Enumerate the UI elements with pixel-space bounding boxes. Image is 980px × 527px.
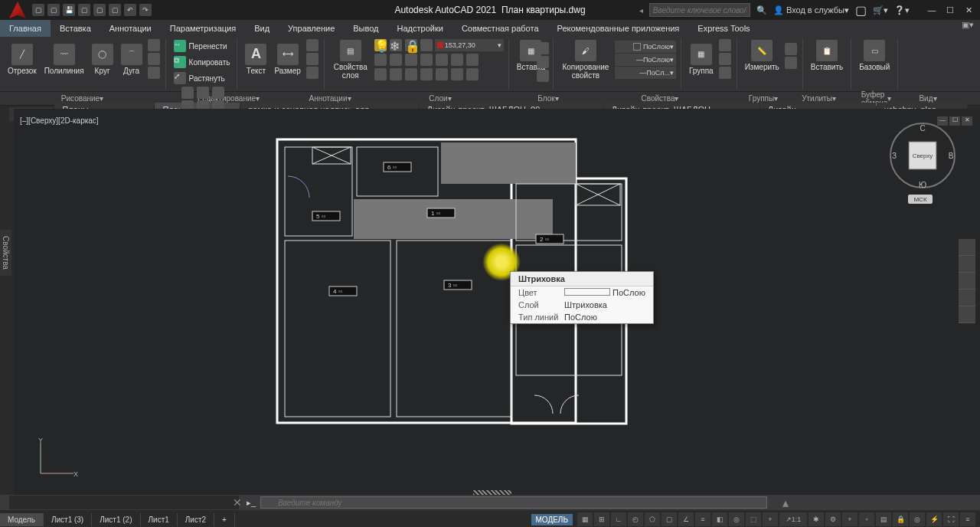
3dosnap-icon[interactable]: ⬚ (746, 512, 761, 526)
otrack-icon[interactable]: ∠ (678, 512, 694, 526)
tab-manage[interactable]: Управление (279, 20, 344, 37)
ribbon-panel-toggle-icon[interactable]: ▣▾ (956, 20, 980, 37)
nav-show-icon[interactable] (959, 306, 975, 323)
ungroup-icon[interactable] (719, 39, 731, 51)
tab-express[interactable]: Express Tools (688, 20, 759, 37)
line-button[interactable]: ╱Отрезок (5, 42, 40, 77)
clear-icon[interactable]: ✕ (233, 496, 242, 509)
customize-icon[interactable]: ≡ (960, 512, 975, 526)
qat-plot-icon[interactable]: ▢ (109, 4, 121, 16)
ortho-icon[interactable]: ∟ (611, 512, 626, 526)
app-exchange-icon[interactable]: ▢ (855, 3, 867, 18)
text-button[interactable]: AТекст (242, 42, 270, 77)
dyninput-icon[interactable]: + (763, 512, 778, 526)
color-dropdown[interactable]: ПоСлою ▾ (615, 41, 676, 53)
maximize-button[interactable]: ☐ (942, 3, 959, 17)
quickprops-icon[interactable]: ▤ (876, 512, 891, 526)
ellipse-icon[interactable] (148, 67, 160, 79)
layer-match-icon[interactable] (405, 54, 417, 66)
layer-freeze-icon[interactable]: ❄ (390, 39, 402, 51)
search-input[interactable] (649, 3, 750, 17)
annoscale-icon[interactable]: ↗ 1:1 (779, 512, 807, 526)
layer-props-button[interactable]: ▤Свойства слоя (329, 38, 372, 81)
tab-output[interactable]: Вывод (344, 20, 387, 37)
model-tab[interactable]: Модель (0, 513, 44, 526)
layout-tab[interactable]: Лист1 (3) (44, 513, 92, 526)
circle-button[interactable]: ◯Круг (89, 42, 116, 77)
tab-parametric[interactable]: Параметризация (161, 20, 245, 37)
search-icon[interactable]: 🔍 (756, 5, 767, 15)
annovisibility-icon[interactable]: ✱ (808, 512, 824, 526)
minimize-button[interactable]: — (923, 3, 940, 17)
polyline-button[interactable]: 〰Полилиния (41, 42, 87, 77)
command-history[interactable] (9, 496, 239, 509)
nav-orbit-icon[interactable] (959, 290, 975, 306)
qat-redo-icon[interactable]: ↷ (139, 4, 152, 16)
osnap-icon[interactable]: ▢ (662, 512, 677, 526)
help-icon[interactable]: ❔▾ (894, 5, 910, 15)
tab-collaborate[interactable]: Совместная работа (452, 20, 548, 37)
layer-state-icon[interactable] (436, 54, 448, 66)
qat-open-icon[interactable]: ▢ (47, 4, 60, 16)
layer-iso-icon[interactable] (374, 54, 387, 66)
snap-icon[interactable]: ⊞ (594, 512, 609, 526)
layout-tab[interactable]: Лист2 (178, 513, 214, 526)
group-edit-icon[interactable] (719, 53, 731, 65)
tab-home[interactable]: Главная (0, 20, 51, 37)
layer-plot-icon[interactable] (420, 39, 433, 51)
tab-featured[interactable]: Рекомендованные приложения (548, 20, 689, 37)
copy-button[interactable]: ⧉Копировать (171, 54, 233, 70)
layer-prev-icon[interactable] (420, 54, 433, 66)
drawing-area[interactable]: [–][Сверху][2D-каркас] — ☐ ✕ (14, 109, 980, 496)
trim-icon[interactable] (197, 87, 209, 99)
properties-palette-tab[interactable]: Свойства (0, 230, 11, 276)
hatch-icon[interactable] (148, 53, 160, 65)
isodraft-icon[interactable]: ⬠ (645, 512, 660, 526)
command-input[interactable] (260, 496, 767, 509)
nav-zoom-icon[interactable] (959, 273, 975, 290)
qat-web-icon[interactable]: ▢ (93, 4, 106, 16)
grid-icon[interactable]: ▦ (577, 512, 593, 526)
layer-off-icon[interactable]: 💡 (374, 39, 387, 51)
match-props-button[interactable]: 🖌Копирование свойств (558, 38, 613, 81)
hardware-accel-icon[interactable]: ⚡ (926, 512, 942, 526)
recent-commands-icon[interactable]: ▴ (782, 496, 789, 510)
block-edit-icon[interactable] (537, 56, 549, 68)
measure-button[interactable]: 📏Измерить (742, 38, 782, 73)
layout-tab[interactable]: Лист1 (141, 513, 178, 526)
nav-pan-icon[interactable] (959, 256, 975, 273)
move-button[interactable]: ↔Перенести (171, 38, 233, 54)
annotation-monitor-icon[interactable]: + (842, 512, 858, 526)
tab-view[interactable]: Вид (245, 20, 279, 37)
qat-save-icon[interactable]: 💾 (63, 4, 75, 16)
rectangle-icon[interactable] (148, 39, 160, 51)
view-base-button[interactable]: ▭Базовый (856, 38, 893, 73)
block-create-icon[interactable] (537, 42, 549, 54)
close-button[interactable]: ✕ (960, 3, 977, 17)
cloud-icon[interactable] (306, 67, 318, 79)
transparency-icon[interactable]: ◧ (712, 512, 727, 526)
group-button[interactable]: ▦Группа (686, 42, 717, 77)
units-icon[interactable]: ▫ (859, 512, 874, 526)
layer-uniso-icon[interactable] (390, 54, 402, 66)
arc-button[interactable]: ⌒Дуга (118, 42, 145, 77)
layer-lock-icon[interactable]: 🔒 (405, 39, 417, 51)
dimension-button[interactable]: ⟷Размер (271, 42, 303, 77)
model-space-button[interactable]: МОДЕЛЬ (531, 514, 573, 525)
viewcube[interactable]: С В Ю З Сверху МСК (888, 121, 957, 205)
layout-tab[interactable]: Лист1 (2) (92, 513, 140, 526)
lineweight-icon[interactable]: ≡ (695, 512, 710, 526)
add-layout-button[interactable]: + (214, 513, 235, 526)
cart-icon[interactable]: 🛒▾ (873, 5, 888, 15)
paste-button[interactable]: 📋Вставить (808, 38, 846, 73)
tab-annotate[interactable]: Аннотации (100, 20, 161, 37)
lock-ui-icon[interactable]: 🔒 (893, 512, 908, 526)
workspace-icon[interactable]: ⚙ (825, 512, 841, 526)
signin-button[interactable]: 👤 Вход в службы▾ (773, 5, 849, 15)
cycling-icon[interactable]: ◎ (729, 512, 744, 526)
erase-icon[interactable] (212, 87, 224, 99)
table-icon[interactable] (306, 53, 318, 65)
layer-dropdown[interactable]: 153,27,30▾ (435, 39, 504, 51)
stretch-button[interactable]: ⤢Растянуть (171, 70, 233, 86)
leader-icon[interactable] (306, 39, 318, 51)
